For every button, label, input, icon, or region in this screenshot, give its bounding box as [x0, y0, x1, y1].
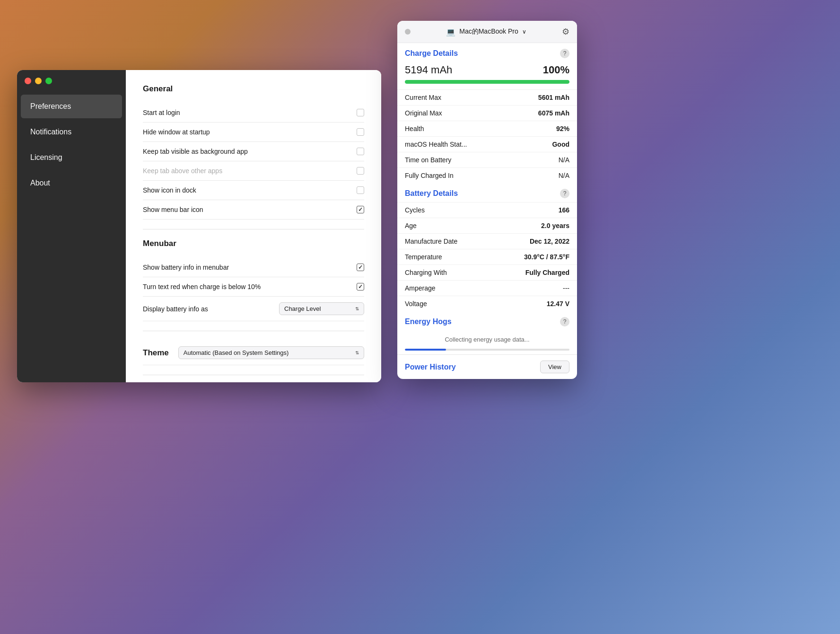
energy-hogs-title: Energy Hogs: [405, 317, 452, 326]
gear-icon[interactable]: ⚙: [562, 26, 569, 37]
stat-cycles: Cycles 166: [397, 202, 577, 218]
energy-progress-bg: [405, 349, 569, 351]
pref-row-show-dock: Show icon in dock: [143, 181, 364, 200]
energy-hogs-header: Energy Hogs ?: [397, 311, 577, 330]
charge-details-help-icon[interactable]: ?: [560, 49, 569, 58]
charge-mah: 5194 mAh: [405, 64, 452, 76]
pref-row-display-as: Display battery info as Charge Level ⇅: [143, 297, 364, 321]
laptop-icon: 💻: [446, 27, 455, 36]
window-controls: [25, 78, 52, 84]
general-section-title: General: [143, 84, 364, 94]
show-menubar-checkbox[interactable]: [357, 206, 364, 213]
stat-amperage: Amperage ---: [397, 280, 577, 296]
display-as-select[interactable]: Charge Level ⇅: [279, 302, 364, 315]
keep-tab-above-label: Keep tab above other apps: [143, 167, 222, 175]
cycles-value: 166: [559, 206, 569, 214]
hide-window-checkbox[interactable]: [357, 128, 364, 136]
time-on-battery-label: Time on Battery: [405, 156, 451, 164]
battery-details-help-icon[interactable]: ?: [560, 189, 569, 198]
stat-original-max: Original Max 6075 mAh: [397, 105, 577, 121]
temperature-label: Temperature: [405, 253, 442, 261]
keep-tab-bg-checkbox[interactable]: [357, 148, 364, 155]
battery-panel: 💻 Mac的MacBook Pro ∨ ⚙ Charge Details ? 5…: [397, 21, 577, 379]
stat-macos-health: macOS Health Stat... Good: [397, 136, 577, 152]
charge-summary: 5194 mAh 100%: [397, 62, 577, 80]
voltage-value: 12.47 V: [547, 300, 569, 308]
start-login-checkbox[interactable]: [357, 109, 364, 116]
charge-progress-fill: [405, 80, 569, 84]
pref-row-turn-text-red: Turn text red when charge is below 10%: [143, 277, 364, 297]
hide-window-label: Hide window at startup: [143, 128, 210, 136]
stat-voltage: Voltage 12.47 V: [397, 296, 577, 311]
prefs-content: General Start at login Hide window at st…: [126, 70, 381, 382]
theme-row: Theme Automatic (Based on System Setting…: [143, 341, 364, 365]
section-divider-3: [143, 375, 364, 375]
battery-details-title: Battery Details: [405, 189, 458, 198]
age-label: Age: [405, 222, 417, 229]
device-info: 💻 Mac的MacBook Pro ∨: [446, 27, 526, 36]
energy-collecting-text: Collecting energy usage data...: [397, 330, 577, 345]
fully-charged-in-label: Fully Charged In: [405, 172, 454, 179]
section-divider-1: [143, 229, 364, 229]
theme-label: Theme: [143, 348, 169, 358]
display-as-value: Charge Level: [284, 305, 321, 312]
macos-health-label: macOS Health Stat...: [405, 141, 467, 148]
minimize-button[interactable]: [35, 78, 42, 84]
age-value: 2.0 years: [541, 222, 569, 229]
fully-charged-in-value: N/A: [559, 172, 569, 179]
stat-fully-charged-in: Fully Charged In N/A: [397, 167, 577, 183]
health-value: 92%: [556, 125, 569, 132]
sidebar: Preferences Notifications Licensing Abou…: [17, 70, 126, 382]
pref-row-keep-tab-above: Keep tab above other apps: [143, 161, 364, 181]
amperage-value: ---: [563, 284, 569, 292]
charge-details-title: Charge Details: [405, 49, 458, 58]
charge-progress-container: [397, 80, 577, 89]
section-divider-2: [143, 331, 364, 331]
turn-text-red-label: Turn text red when charge is below 10%: [143, 283, 261, 291]
show-battery-info-checkbox[interactable]: [357, 264, 364, 271]
energy-progress-fill: [405, 349, 446, 351]
charging-with-label: Charging With: [405, 269, 447, 276]
temperature-value: 30.9°C / 87.5°F: [524, 253, 569, 261]
start-login-label: Start at login: [143, 109, 180, 116]
show-dock-checkbox[interactable]: [357, 186, 364, 194]
macos-health-value: Good: [552, 141, 569, 148]
view-button[interactable]: View: [540, 361, 569, 373]
dropdown-arrow[interactable]: ∨: [522, 28, 526, 35]
sidebar-item-licensing[interactable]: Licensing: [21, 146, 122, 169]
manufacture-date-label: Manufacture Date: [405, 238, 457, 245]
time-on-battery-value: N/A: [559, 156, 569, 164]
show-battery-info-label: Show battery info in menubar: [143, 264, 229, 271]
stat-charging-with: Charging With Fully Charged: [397, 264, 577, 280]
display-as-label: Display battery info as: [143, 305, 208, 313]
power-history-title: Power History: [405, 363, 456, 371]
sidebar-item-notifications[interactable]: Notifications: [21, 120, 122, 144]
sidebar-item-preferences[interactable]: Preferences: [21, 95, 122, 118]
charging-with-value: Fully Charged: [525, 269, 569, 276]
stat-time-on-battery: Time on Battery N/A: [397, 152, 577, 167]
show-menubar-label: Show menu bar icon: [143, 206, 203, 213]
theme-arrow: ⇅: [355, 350, 359, 355]
voltage-label: Voltage: [405, 300, 427, 308]
menubar-section-title: Menubar: [143, 239, 364, 248]
amperage-label: Amperage: [405, 284, 436, 292]
stat-current-max: Current Max 5601 mAh: [397, 89, 577, 105]
sidebar-item-about[interactable]: About: [21, 171, 122, 195]
pref-row-keep-tab-bg: Keep tab visible as background app: [143, 142, 364, 161]
pref-row-show-battery-info: Show battery info in menubar: [143, 258, 364, 277]
display-as-arrow: ⇅: [355, 306, 359, 311]
close-button[interactable]: [25, 78, 31, 84]
charge-pct: 100%: [543, 64, 569, 76]
pref-row-show-menubar: Show menu bar icon: [143, 200, 364, 220]
battery-panel-header: 💻 Mac的MacBook Pro ∨ ⚙: [397, 21, 577, 43]
maximize-button[interactable]: [45, 78, 52, 84]
charge-details-header: Charge Details ?: [397, 43, 577, 62]
power-history-row: Power History View: [397, 354, 577, 379]
keep-tab-above-checkbox[interactable]: [357, 167, 364, 175]
cycles-label: Cycles: [405, 206, 425, 214]
turn-text-red-checkbox[interactable]: [357, 283, 364, 291]
theme-select[interactable]: Automatic (Based on System Settings) ⇅: [178, 346, 364, 359]
header-left-controls: [405, 29, 411, 35]
energy-hogs-help-icon[interactable]: ?: [560, 317, 569, 326]
current-max-value: 5601 mAh: [538, 94, 569, 101]
